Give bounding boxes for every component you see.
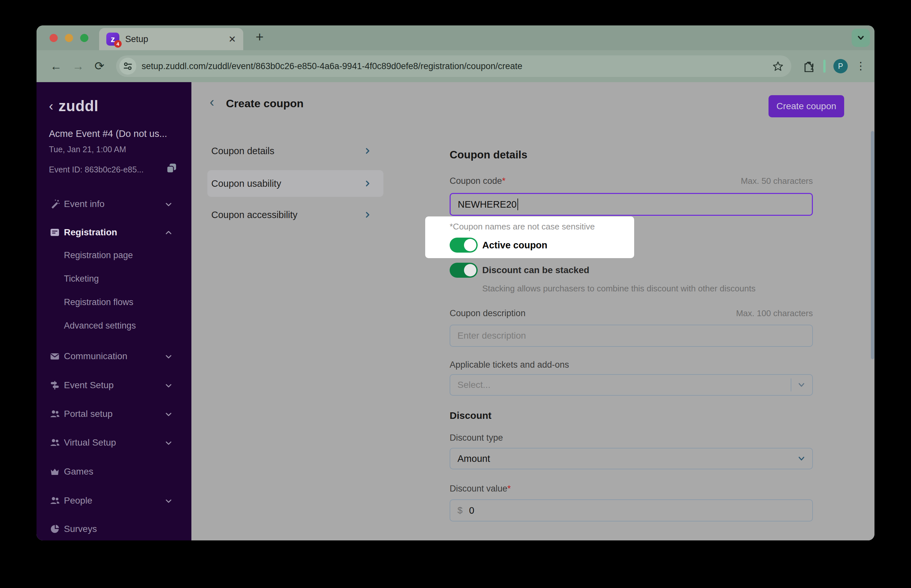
signpost-icon bbox=[49, 380, 61, 391]
case-sensitivity-note: *Coupon names are not case sensitive bbox=[450, 221, 634, 232]
chevron-up-icon bbox=[164, 228, 173, 237]
back-icon[interactable]: ← bbox=[50, 60, 62, 72]
sidebar-subitem-label: Registration flows bbox=[64, 297, 133, 307]
sidebar-item-label: Portal setup bbox=[64, 409, 112, 419]
bookmark-star-icon[interactable] bbox=[772, 61, 783, 72]
mail-icon bbox=[49, 351, 61, 362]
browser-tab[interactable]: z 4 Setup ✕ bbox=[99, 28, 243, 50]
sidebar-item-label: Virtual Setup bbox=[64, 438, 116, 448]
tickets-label: Applicable tickets and add-ons bbox=[450, 360, 569, 370]
sidebar-item-label: Registration bbox=[64, 227, 117, 237]
active-coupon-toggle[interactable] bbox=[450, 237, 478, 253]
discount-value: 0 bbox=[469, 505, 474, 516]
stacking-label: Discount can be stacked bbox=[482, 265, 589, 275]
traffic-lights bbox=[50, 34, 88, 42]
chevron-down-icon bbox=[164, 381, 173, 390]
profile-avatar[interactable]: P bbox=[833, 59, 848, 73]
sidebar-item-label: Event Setup bbox=[64, 380, 114, 391]
reload-icon[interactable]: ⟳ bbox=[95, 60, 104, 72]
event-date: Tue, Jan 21, 1:00 AM bbox=[49, 145, 126, 154]
stacking-toggle[interactable] bbox=[450, 263, 478, 278]
avatar-initial: P bbox=[838, 62, 843, 71]
tickets-label-row: Applicable tickets and add-ons bbox=[450, 360, 813, 370]
sidebar: ‹ zuddl Acme Event #4 (Do not us... Tue,… bbox=[37, 82, 191, 540]
tab-label: Coupon details bbox=[211, 146, 274, 157]
create-coupon-button[interactable]: Create coupon bbox=[769, 95, 844, 117]
discount-type-label-row: Discount type bbox=[450, 433, 813, 443]
discount-type-select[interactable]: Amount bbox=[450, 448, 813, 469]
chevron-down-icon bbox=[164, 497, 173, 505]
currency-prefix: $ bbox=[458, 505, 463, 515]
chevron-right-icon bbox=[363, 179, 372, 188]
sidebar-item-registration-page[interactable]: Registration page bbox=[64, 247, 133, 263]
favicon-badge: 4 bbox=[114, 40, 121, 48]
tab-coupon-accessibility[interactable]: Coupon accessibility bbox=[207, 204, 383, 226]
description-placeholder: Enter description bbox=[458, 331, 526, 341]
zuddl-logo: zuddl bbox=[58, 97, 99, 115]
toggle-knob bbox=[464, 239, 476, 251]
discount-value-label: Discount value* bbox=[450, 484, 511, 494]
discount-value-input[interactable]: $ 0 bbox=[450, 499, 813, 522]
sidebar-item-registration-flows[interactable]: Registration flows bbox=[64, 294, 133, 310]
copy-icon[interactable] bbox=[166, 162, 177, 174]
tickets-placeholder: Select... bbox=[458, 380, 490, 390]
chevron-down-icon bbox=[164, 439, 173, 447]
sidebar-subitem-label: Advanced settings bbox=[64, 321, 136, 331]
tab-title: Setup bbox=[125, 34, 228, 44]
tab-overview-button[interactable] bbox=[852, 29, 870, 47]
sidebar-item-event-info[interactable]: Event info bbox=[49, 195, 179, 213]
sidebar-item-games[interactable]: Games bbox=[49, 462, 179, 481]
create-coupon-button-label: Create coupon bbox=[776, 101, 837, 111]
chevron-down-icon bbox=[856, 33, 865, 42]
discount-type-value: Amount bbox=[458, 453, 490, 464]
chevron-down-icon bbox=[164, 352, 173, 361]
coupon-code-label-row: Coupon code* Max. 50 characters bbox=[450, 176, 813, 186]
url-bar[interactable]: setup.zuddl.com/zuddl/event/863b0c26-e85… bbox=[116, 55, 791, 77]
chevron-right-icon bbox=[363, 147, 372, 155]
back-chevron-icon[interactable]: ‹ bbox=[210, 95, 214, 109]
tab-label: Coupon usability bbox=[211, 178, 281, 189]
tab-coupon-details[interactable]: Coupon details bbox=[207, 140, 383, 162]
forward-icon[interactable]: → bbox=[73, 60, 84, 72]
tab-strip: z 4 Setup ✕ + bbox=[37, 26, 874, 50]
sidebar-item-advanced-settings[interactable]: Advanced settings bbox=[64, 317, 136, 334]
active-coupon-row: Active coupon bbox=[450, 237, 634, 253]
close-window-icon[interactable] bbox=[50, 34, 58, 42]
page-content: ‹ zuddl Acme Event #4 (Do not us... Tue,… bbox=[37, 82, 874, 540]
description-input[interactable]: Enter description bbox=[450, 325, 813, 347]
chevron-down-icon bbox=[796, 380, 806, 390]
description-label-row: Coupon description Max. 100 characters bbox=[450, 309, 813, 318]
sidebar-item-people[interactable]: People bbox=[49, 491, 179, 510]
tab-close-icon[interactable]: ✕ bbox=[228, 34, 236, 45]
tickets-select[interactable]: Select... bbox=[450, 374, 813, 396]
menu-kebab-icon[interactable]: ⋮ bbox=[856, 63, 866, 69]
sidebar-item-surveys[interactable]: Surveys bbox=[49, 520, 179, 538]
new-tab-icon[interactable]: + bbox=[256, 29, 264, 45]
sidebar-item-portal-setup[interactable]: Portal setup bbox=[49, 405, 179, 423]
browser-window: z 4 Setup ✕ + ← → ⟳ se bbox=[37, 26, 874, 540]
sidebar-item-virtual-setup[interactable]: Virtual Setup bbox=[49, 433, 179, 452]
sidebar-item-event-setup[interactable]: Event Setup bbox=[49, 376, 179, 394]
sidebar-item-label: Communication bbox=[64, 351, 128, 362]
site-settings-icon[interactable] bbox=[119, 58, 136, 74]
sidebar-item-registration[interactable]: Registration bbox=[49, 223, 179, 242]
scrollbar-thumb[interactable] bbox=[871, 131, 874, 359]
coupon-section-nav: Coupon details Coupon usability Coupon a… bbox=[207, 140, 383, 234]
sidebar-item-communication[interactable]: Communication bbox=[49, 347, 179, 365]
zoom-window-icon[interactable] bbox=[80, 34, 88, 42]
sidebar-collapse-icon[interactable]: ‹ bbox=[49, 99, 53, 113]
form-card-icon bbox=[49, 227, 61, 237]
extensions-icon[interactable] bbox=[803, 60, 815, 72]
minimize-window-icon[interactable] bbox=[65, 34, 73, 42]
users-icon bbox=[49, 438, 61, 448]
url-text[interactable]: setup.zuddl.com/zuddl/event/863b0c26-e85… bbox=[141, 61, 768, 71]
sidebar-item-ticketing[interactable]: Ticketing bbox=[64, 271, 99, 287]
walkthrough-spotlight: *Coupon names are not case sensitive Act… bbox=[425, 216, 634, 258]
sidebar-header: ‹ zuddl bbox=[49, 97, 99, 115]
section-heading: Coupon details bbox=[450, 149, 527, 161]
zuddl-favicon: z 4 bbox=[106, 32, 119, 46]
sidebar-item-label: Games bbox=[64, 467, 93, 477]
select-divider bbox=[791, 378, 791, 391]
coupon-code-input[interactable]: NEWHERE20 bbox=[450, 193, 813, 216]
tab-coupon-usability[interactable]: Coupon usability bbox=[207, 170, 383, 197]
